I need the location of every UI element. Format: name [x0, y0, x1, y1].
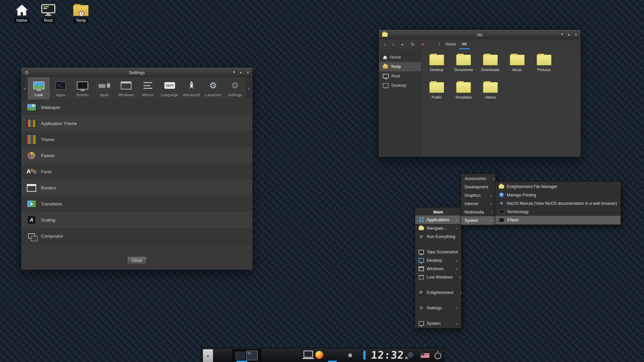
submenu-arrow-icon: ›: [489, 176, 495, 181]
computer-icon: [41, 3, 55, 16]
menu-item-system-category[interactable]: System ›: [461, 216, 495, 225]
tab-screen[interactable]: Screen: [71, 77, 93, 99]
nixos-snowflake-icon: ❄: [499, 201, 504, 206]
menu-item-system[interactable]: System ›: [415, 319, 461, 327]
maximize-icon[interactable]: ▴: [568, 32, 570, 37]
up-icon[interactable]: ▲: [400, 43, 404, 46]
shade-icon[interactable]: ▾: [561, 32, 563, 37]
settings-item-palette[interactable]: Palette: [22, 147, 252, 164]
desktop-pager[interactable]: [232, 349, 261, 361]
submenu-arrow-icon: ›: [486, 193, 492, 198]
back-icon[interactable]: ‹: [384, 42, 386, 47]
favorites-icon[interactable]: ♥: [421, 42, 424, 47]
settings-item-fonts[interactable]: ABC Fonts: [22, 164, 252, 180]
enlightenment-logo-icon: [419, 290, 424, 295]
menu-item-navigate[interactable]: Navigate... ›: [415, 224, 461, 232]
firefox-icon[interactable]: [315, 351, 323, 359]
desktop-icon: [419, 258, 424, 263]
maximize-icon[interactable]: ▴: [240, 70, 242, 75]
folder-pictures[interactable]: Pictures: [531, 53, 557, 80]
folder-music[interactable]: Music: [504, 53, 531, 80]
breadcrumb-current[interactable]: nix: [459, 39, 470, 49]
settings-item-wallpaper[interactable]: Wallpaper: [22, 99, 252, 115]
folder-public[interactable]: Public: [423, 80, 450, 108]
menu-item-xterm[interactable]: › XTerm: [495, 216, 621, 224]
keyboard-layout-flag-icon[interactable]: [420, 353, 430, 358]
menu-separator: [415, 312, 461, 319]
settings-titlebar[interactable]: ⚙ Settings ▾ ▴ ×: [22, 68, 252, 77]
tab-menus[interactable]: Menus: [137, 77, 159, 99]
sidebar-item-home[interactable]: Home: [379, 53, 421, 62]
tab-language[interactable]: !@#? Language: [159, 77, 180, 99]
menu-item-desktop[interactable]: Desktop ›: [415, 256, 461, 264]
folder-downloads[interactable]: Downloads: [477, 53, 504, 80]
tab-windows[interactable]: Windows: [115, 77, 137, 99]
menu-item-enlightenment-file-manager[interactable]: Enlightenment File Manager: [495, 182, 621, 191]
sidebar-item-temp[interactable]: Temp: [379, 62, 421, 71]
moon-phase-icon[interactable]: [407, 351, 415, 360]
breadcrumb-home[interactable]: home: [443, 39, 459, 49]
settings-item-theme[interactable]: Theme: [22, 131, 252, 147]
shade-icon[interactable]: ▾: [233, 70, 235, 75]
menu-item-development[interactable]: Development ›: [461, 183, 495, 191]
desktop-icon-home[interactable]: Home: [7, 3, 36, 23]
menu-item-internet[interactable]: Internet ›: [461, 199, 495, 208]
shelf-autohide-tab[interactable]: ▲: [203, 349, 213, 362]
menu-item-nixos-manual[interactable]: ❄ NixOS Manual (View NixOS documentation…: [495, 199, 621, 207]
tab-input[interactable]: Input: [93, 77, 115, 99]
breadcrumb-root[interactable]: /: [435, 39, 442, 49]
submenu-arrow-icon: ›: [487, 209, 492, 215]
palette-icon: [26, 150, 37, 161]
menu-item-graphics[interactable]: Graphics ›: [461, 191, 495, 199]
menu-item-take-screenshot[interactable]: Take Screenshot: [415, 248, 461, 256]
digital-clock[interactable]: 12:32 PM: [371, 350, 410, 360]
temperature-gauge: [363, 351, 366, 360]
folder-templates[interactable]: Templates: [450, 80, 477, 108]
menu-item-manage-printing[interactable]: Manage Printing: [495, 191, 621, 199]
power-icon[interactable]: [434, 352, 441, 359]
menu-item-accessories[interactable]: Accessories ›: [461, 174, 495, 183]
file-manager-titlebar[interactable]: nix ▾ ▴ ×: [379, 30, 580, 39]
menu-header: Main: [415, 208, 461, 216]
window-title: Settings: [22, 70, 252, 75]
sidebar-item-desktop[interactable]: Desktop: [379, 81, 421, 90]
desktop-icon-temp[interactable]: Temp: [66, 3, 95, 23]
tab-apps[interactable]: ›_ Apps: [50, 77, 71, 99]
settings-item-transitions[interactable]: Transitions: [22, 196, 252, 212]
tab-launcher[interactable]: ⚙ Launcher: [202, 77, 224, 99]
tab-advanced[interactable]: Advanced: [180, 77, 202, 99]
terminal-launcher-icon[interactable]: [304, 351, 313, 358]
menu-item-terminology[interactable]: › Terminology: [495, 207, 621, 216]
sidebar-item-root[interactable]: Root: [379, 71, 421, 81]
folder-desktop[interactable]: Desktop: [423, 53, 450, 80]
pager-desktop-2[interactable]: [246, 351, 258, 360]
scroll-left-button[interactable]: ‹: [22, 77, 28, 99]
menu-item-windows[interactable]: Windows ›: [415, 264, 461, 273]
forward-icon[interactable]: ›: [392, 42, 394, 47]
settings-item-scaling[interactable]: A Scaling: [22, 212, 252, 228]
scroll-right-button[interactable]: ›: [246, 77, 252, 99]
file-list-area[interactable]: Desktop Documents Downloads Music Pictur…: [421, 49, 580, 156]
tab-settings[interactable]: ⚙ Settings: [224, 77, 246, 99]
menu-item-settings[interactable]: ⚙ Settings ›: [415, 304, 461, 312]
menu-item-lost-windows[interactable]: Lost Windows ›: [415, 273, 461, 281]
folder-documents[interactable]: Documents: [450, 53, 477, 80]
folder-videos[interactable]: Videos: [477, 80, 504, 108]
menu-item-enlightenment[interactable]: Enlightenment ›: [415, 288, 461, 297]
settings-item-compositor[interactable]: Compositor: [22, 228, 252, 244]
close-icon[interactable]: ×: [247, 70, 249, 75]
system-submenu: Enlightenment File Manager Manage Printi…: [495, 181, 621, 225]
menu-item-applications[interactable]: Applications ›: [415, 216, 461, 224]
systray-icon[interactable]: [348, 353, 352, 357]
desktop-icon-root[interactable]: Root: [34, 3, 63, 23]
settings-item-application-theme[interactable]: Application Theme: [22, 115, 252, 131]
pager-desktop-1[interactable]: [235, 352, 245, 360]
close-icon[interactable]: ×: [575, 32, 577, 37]
settings-item-borders[interactable]: Borders: [22, 180, 252, 196]
close-button[interactable]: Close: [127, 256, 147, 264]
settings-footer: Close: [22, 251, 252, 269]
refresh-icon[interactable]: ↻: [411, 42, 415, 47]
menu-item-run-everything[interactable]: ⚙ Run Everything: [415, 232, 461, 241]
tab-look[interactable]: Look: [28, 77, 50, 99]
menu-item-multimedia[interactable]: Multimedia ›: [461, 208, 495, 216]
